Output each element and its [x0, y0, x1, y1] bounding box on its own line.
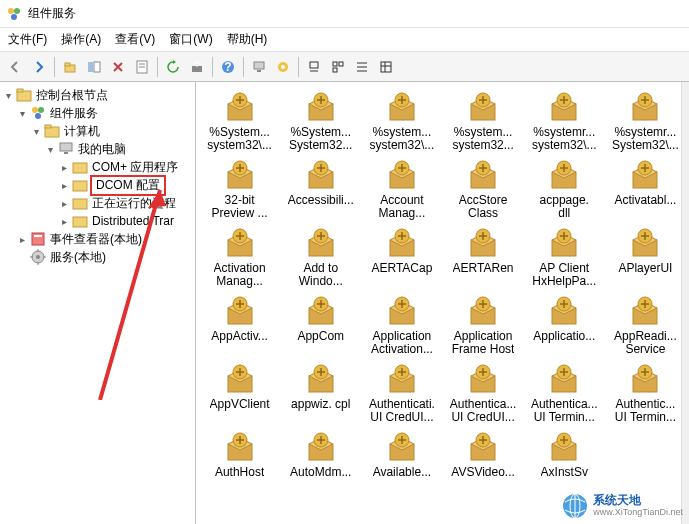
grid-item[interactable]: ApplicationActivation...	[362, 292, 441, 356]
delete-button[interactable]	[107, 56, 129, 78]
item-label: %System...system32\...	[207, 126, 272, 152]
back-button[interactable]	[4, 56, 26, 78]
menu-help[interactable]: 帮助(H)	[227, 31, 268, 48]
grid-item[interactable]: AutoMdm...	[281, 428, 360, 479]
grid-item[interactable]: APlayerUI	[606, 224, 685, 288]
chevron-right-icon[interactable]: ▸	[58, 216, 70, 227]
tree-event-viewer[interactable]: ▸ 事件查看器(本地)	[2, 230, 193, 248]
grid-item[interactable]: 32-bitPreview ...	[200, 156, 279, 220]
grid-item[interactable]: Activatabl...	[606, 156, 685, 220]
chevron-down-icon[interactable]: ▾	[44, 144, 56, 155]
tree-running-processes[interactable]: ▸ 正在运行的进程	[2, 194, 193, 212]
title-bar: 组件服务	[0, 0, 689, 28]
item-label: Authentica...UI Termin...	[531, 398, 598, 424]
grid-item[interactable]: AERTACap	[362, 224, 441, 288]
grid-item[interactable]: %systemr...System32\...	[606, 88, 685, 152]
item-label: Add toWindo...	[299, 262, 343, 288]
svg-point-0	[8, 8, 14, 14]
item-label: Authentica...UI CredUI...	[450, 398, 517, 424]
grid-item[interactable]: AERTARen	[443, 224, 522, 288]
package-icon	[546, 428, 582, 464]
watermark-text: 系统天地	[593, 494, 683, 506]
grid-item[interactable]: AppCom	[281, 292, 360, 356]
view-small-icon[interactable]	[327, 56, 349, 78]
chevron-right-icon[interactable]: ▸	[16, 234, 28, 245]
tree-dcom-config[interactable]: ▸ DCOM 配置	[2, 176, 193, 194]
grid-item[interactable]: Authentica...UI CredUI...	[443, 360, 522, 424]
chevron-right-icon[interactable]: ▸	[58, 162, 70, 173]
scrollbar[interactable]	[681, 82, 689, 524]
tree-root[interactable]: ▾ 控制台根节点	[2, 86, 193, 104]
menu-window[interactable]: 窗口(W)	[169, 31, 212, 48]
item-label: AppActiv...	[211, 330, 267, 343]
grid-item[interactable]: %System...system32\...	[200, 88, 279, 152]
chevron-down-icon[interactable]: ▾	[2, 90, 14, 101]
content-pane[interactable]: %System...system32\...%System...System32…	[196, 82, 689, 524]
grid-item[interactable]: %systemr...system32\...	[525, 88, 604, 152]
grid-item[interactable]: Available...	[362, 428, 441, 479]
grid-item[interactable]: AppActiv...	[200, 292, 279, 356]
refresh-button[interactable]	[162, 56, 184, 78]
menu-view[interactable]: 查看(V)	[115, 31, 155, 48]
item-label: %systemr...System32\...	[612, 126, 679, 152]
grid-item[interactable]: Accessibili...	[281, 156, 360, 220]
tree-distributed-transactions[interactable]: ▸ Distributed Trar	[2, 212, 193, 230]
chevron-down-icon[interactable]: ▾	[16, 108, 28, 119]
svg-rect-4	[65, 63, 70, 66]
grid-item[interactable]: Applicatio...	[525, 292, 604, 356]
properties-button[interactable]	[131, 56, 153, 78]
package-icon	[384, 428, 420, 464]
grid-item[interactable]: ApplicationFrame Host	[443, 292, 522, 356]
grid-item[interactable]: AuthHost	[200, 428, 279, 479]
grid-item[interactable]: AppReadi...Service	[606, 292, 685, 356]
tree-com-plus[interactable]: ▸ COM+ 应用程序	[2, 158, 193, 176]
up-button[interactable]	[59, 56, 81, 78]
grid-item[interactable]: Add toWindo...	[281, 224, 360, 288]
menu-action[interactable]: 操作(A)	[61, 31, 101, 48]
item-label: appwiz. cpl	[291, 398, 350, 411]
grid-item[interactable]: acppage.dll	[525, 156, 604, 220]
menu-file[interactable]: 文件(F)	[8, 31, 47, 48]
grid-item[interactable]: AxInstSv	[525, 428, 604, 479]
view-large-icon[interactable]	[303, 56, 325, 78]
chevron-down-icon[interactable]: ▾	[30, 126, 42, 137]
tree-computers[interactable]: ▾ 计算机	[2, 122, 193, 140]
svg-rect-21	[333, 68, 337, 72]
item-label: AxInstSv	[541, 466, 588, 479]
item-label: APlayerUI	[618, 262, 672, 275]
component-button[interactable]	[272, 56, 294, 78]
grid-item[interactable]: AccStoreClass	[443, 156, 522, 220]
grid-item[interactable]: Authenticati.UI CredUI...	[362, 360, 441, 424]
show-hide-button[interactable]	[83, 56, 105, 78]
package-icon	[303, 224, 339, 260]
package-icon	[222, 292, 258, 328]
forward-button[interactable]	[28, 56, 50, 78]
tree-component-services[interactable]: ▾ 组件服务	[2, 104, 193, 122]
grid-item[interactable]: %system...system32...	[443, 88, 522, 152]
grid-item[interactable]: Authentic...UI Termin...	[606, 360, 685, 424]
chevron-right-icon[interactable]: ▸	[58, 180, 70, 191]
grid-item[interactable]: AP ClientHxHelpPa...	[525, 224, 604, 288]
grid-item[interactable]: appwiz. cpl	[281, 360, 360, 424]
grid-item[interactable]: AVSVideo...	[443, 428, 522, 479]
grid-item[interactable]: Authentica...UI Termin...	[525, 360, 604, 424]
tree-my-computer[interactable]: ▾ 我的电脑	[2, 140, 193, 158]
computer-button[interactable]	[248, 56, 270, 78]
grid-item[interactable]: %System...System32...	[281, 88, 360, 152]
folder-icon	[16, 87, 32, 103]
package-icon	[222, 156, 258, 192]
grid-item[interactable]: ActivationManag...	[200, 224, 279, 288]
package-icon	[627, 88, 663, 124]
help-button[interactable]: ?	[217, 56, 239, 78]
view-list-icon[interactable]	[351, 56, 373, 78]
item-label: acppage.dll	[540, 194, 589, 220]
tree-services[interactable]: 服务(本地)	[2, 248, 193, 266]
grid-item[interactable]: AppVClient	[200, 360, 279, 424]
grid-item[interactable]: AccountManag...	[362, 156, 441, 220]
chevron-right-icon[interactable]: ▸	[58, 198, 70, 209]
grid-item[interactable]: %system...system32\...	[362, 88, 441, 152]
svg-rect-38	[73, 181, 87, 191]
view-details-icon[interactable]	[375, 56, 397, 78]
export-button[interactable]	[186, 56, 208, 78]
tree-view[interactable]: ▾ 控制台根节点 ▾ 组件服务 ▾ 计算机 ▾ 我的电脑 ▸ COM+ 应用程序…	[0, 82, 196, 524]
